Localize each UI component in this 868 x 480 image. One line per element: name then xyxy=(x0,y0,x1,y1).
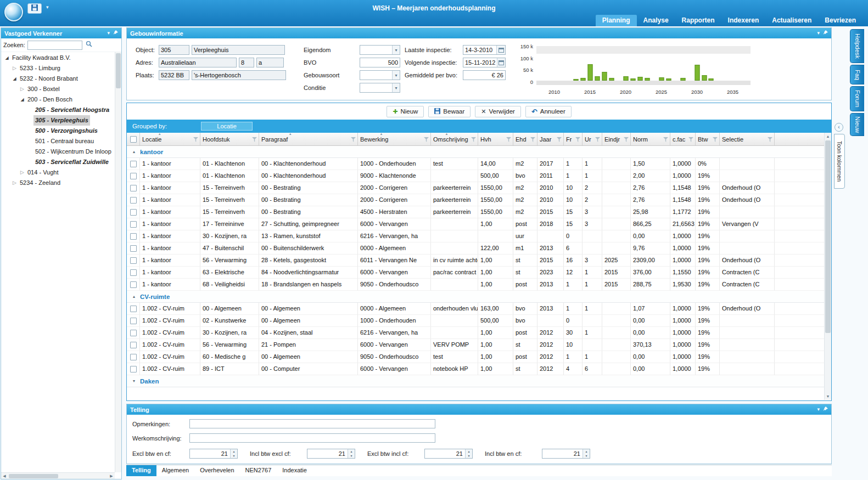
ribbon-tab-actualiseren[interactable]: Actualiseren xyxy=(765,15,818,26)
spinner-down-icon[interactable]: ▾ xyxy=(231,454,237,458)
expanded-arrow-icon[interactable]: ◢ xyxy=(19,94,26,105)
spinner-down-icon[interactable]: ▾ xyxy=(348,454,355,458)
row-select-cell[interactable] xyxy=(127,303,140,315)
explorer-horizontal-scrollbar[interactable]: ◀ ▶ xyxy=(1,472,115,479)
column-header-locatie[interactable]: ▲Locatie xyxy=(140,133,200,145)
group-row-daken[interactable]: ▾Daken xyxy=(127,375,824,387)
filter-icon[interactable] xyxy=(530,137,535,142)
search-input[interactable] xyxy=(27,41,82,50)
calendar-icon[interactable] xyxy=(496,46,505,54)
row-checkbox[interactable] xyxy=(130,269,137,276)
row-checkbox[interactable] xyxy=(130,245,137,252)
filter-icon[interactable] xyxy=(663,137,668,142)
filter-icon[interactable] xyxy=(768,137,772,142)
laatste-inspectie-datefield[interactable]: 14-3-2010 xyxy=(463,45,506,55)
row-checkbox[interactable] xyxy=(130,366,137,372)
explorer-vertical-scrollbar[interactable] xyxy=(115,52,121,472)
collapsed-arrow-icon[interactable]: ▷ xyxy=(11,63,18,74)
collapsed-arrow-icon[interactable]: ▷ xyxy=(19,167,26,178)
column-header-c-fac[interactable]: c.fac xyxy=(670,133,696,145)
tree-item-5233-limburg[interactable]: ▷5233 - Limburg xyxy=(1,63,115,74)
table-row[interactable]: 1 - kantoor17 - Terreininve27 - Schuttin… xyxy=(127,218,824,230)
row-checkbox[interactable] xyxy=(130,306,137,312)
table-row[interactable]: 1.002 - CV-ruim02 - Kunstwerke00 - Algem… xyxy=(127,315,824,327)
bewaar-button[interactable]: Bewaar xyxy=(428,106,471,117)
bottom-tab-nen2767[interactable]: NEN2767 xyxy=(240,465,277,476)
scroll-left-icon[interactable]: ◀ xyxy=(1,474,8,478)
ribbon-tab-bevriezen[interactable]: Bevriezen xyxy=(818,15,863,26)
spinner-input[interactable]: 21▴▾ xyxy=(424,449,473,459)
row-select-cell[interactable] xyxy=(127,182,140,194)
filter-icon[interactable] xyxy=(424,137,429,142)
pin-icon[interactable] xyxy=(823,30,828,36)
tree-item-502-wijkcentrum-de-inloop[interactable]: 502 - Wijkcentrum De Inloop xyxy=(1,146,115,157)
bottom-tab-indexatie[interactable]: Indexatie xyxy=(277,465,312,476)
tree-item-500-verzorgingshuis[interactable]: 500 - Verzorgingshuis xyxy=(1,126,115,136)
table-row[interactable]: 1 - kantoor15 - Terreinverh00 - Bestrati… xyxy=(127,194,824,206)
bottom-tab-telling[interactable]: Telling xyxy=(126,465,156,476)
tree-item-014-vught[interactable]: ▷014 - Vught xyxy=(1,167,115,178)
tree-item-200-den-bosch[interactable]: ◢200 - Den Bosch xyxy=(1,94,115,105)
chevron-down-icon[interactable]: ▾ xyxy=(392,83,400,92)
table-row[interactable]: 1.002 - CV-ruim00 - Algemeen00 - Algemee… xyxy=(127,303,824,315)
city-field[interactable] xyxy=(192,70,286,80)
street-field[interactable] xyxy=(159,58,237,67)
eigendom-dropdown[interactable]: ▾ xyxy=(360,45,400,55)
bottom-tab-algemeen[interactable]: Algemeen xyxy=(156,465,195,476)
filter-icon[interactable] xyxy=(575,137,580,142)
column-header-eindjr[interactable]: Eindjr xyxy=(602,133,631,145)
row-checkbox[interactable] xyxy=(130,173,137,179)
tree-item-5234-zeeland[interactable]: ▷5234 - Zeeland xyxy=(1,178,115,188)
rail-button-nieuw[interactable]: Nieuw xyxy=(850,113,864,136)
collapse-panel-button[interactable]: ‹ xyxy=(835,123,843,132)
tree-item-300-boxtel[interactable]: ▷300 - Boxtel xyxy=(1,84,115,94)
spinner-input[interactable]: 21▴▾ xyxy=(189,449,238,459)
housenumber-suffix-field[interactable] xyxy=(256,58,284,67)
spinner-input[interactable]: 21▴▾ xyxy=(307,449,355,459)
filter-icon[interactable] xyxy=(252,137,257,142)
row-checkbox[interactable] xyxy=(130,161,137,167)
row-select-cell[interactable] xyxy=(127,327,140,339)
spinner-up-icon[interactable]: ▴ xyxy=(348,449,355,454)
expand-group-icon[interactable]: ▾ xyxy=(130,379,138,383)
collapsed-arrow-icon[interactable]: ▷ xyxy=(11,178,18,188)
row-select-cell[interactable] xyxy=(127,363,140,375)
pin-icon[interactable] xyxy=(113,30,118,36)
table-row[interactable]: 1.002 - CV-ruim60 - Medische g00 - Algem… xyxy=(127,351,824,363)
conditie-dropdown[interactable]: ▾ xyxy=(360,83,400,93)
tree-item-503-serviceflat-zuidwille[interactable]: 503 - Serviceflat Zuidwille xyxy=(1,157,115,167)
row-select-cell[interactable] xyxy=(127,255,140,267)
rail-button-forum[interactable]: Forum xyxy=(850,86,864,111)
table-row[interactable]: 1 - kantoor15 - Terreinverh00 - Bestrati… xyxy=(127,206,824,218)
spinner-up-icon[interactable]: ▴ xyxy=(231,449,237,454)
row-checkbox[interactable] xyxy=(130,209,137,216)
column-header-btw[interactable]: Btw xyxy=(696,133,720,145)
tree-item-205-serviceflat-hoogstra[interactable]: 205 - Serviceflat Hoogstra xyxy=(1,105,115,115)
column-header-jaar[interactable]: Jaar xyxy=(537,133,564,145)
bottom-tab-overhevelen[interactable]: Overhevelen xyxy=(194,465,239,476)
select-all-header[interactable] xyxy=(127,133,140,145)
row-select-cell[interactable] xyxy=(127,218,140,230)
scroll-up-icon[interactable]: ▲ xyxy=(825,133,831,140)
werkomschrijving-input[interactable] xyxy=(189,433,435,443)
row-select-cell[interactable] xyxy=(127,267,140,279)
row-checkbox[interactable] xyxy=(130,342,137,348)
tree-item-facility-kwadraat-b-v[interactable]: ◢Facility Kwadraat B.V. xyxy=(1,53,115,63)
rail-button-helpdesk[interactable]: Helpdesk xyxy=(850,29,864,63)
column-header-fr[interactable]: Fr xyxy=(564,133,583,145)
column-header-norm[interactable]: Norm xyxy=(631,133,670,145)
verwijder-button[interactable]: ✕ Verwijder xyxy=(475,106,521,117)
table-row[interactable]: 1.002 - CV-ruim30 - Kozijnen, ra04 - Koz… xyxy=(127,327,824,339)
ribbon-tab-rapporten[interactable]: Rapporten xyxy=(675,15,721,26)
pin-icon[interactable] xyxy=(823,406,828,413)
tree-item-5232-noord-brabant[interactable]: ◢5232 - Noord Brabant xyxy=(1,74,115,84)
table-row[interactable]: 1.002 - CV-ruim56 - Verwarming21 - Pompe… xyxy=(127,339,824,351)
ribbon-tab-analyse[interactable]: Analyse xyxy=(637,15,675,26)
chevron-down-icon[interactable]: ▾ xyxy=(392,46,400,54)
table-row[interactable]: 1 - kantoor63 - Elektrische84 - Noodverl… xyxy=(127,267,824,279)
filter-icon[interactable] xyxy=(557,137,562,142)
scrollbar-thumb[interactable] xyxy=(825,140,831,333)
column-header-omschrijving[interactable]: ▲Omschrijving xyxy=(431,133,478,145)
ribbon-tab-indexeren[interactable]: Indexeren xyxy=(721,15,766,26)
rail-button-faq[interactable]: Faq xyxy=(850,65,864,84)
